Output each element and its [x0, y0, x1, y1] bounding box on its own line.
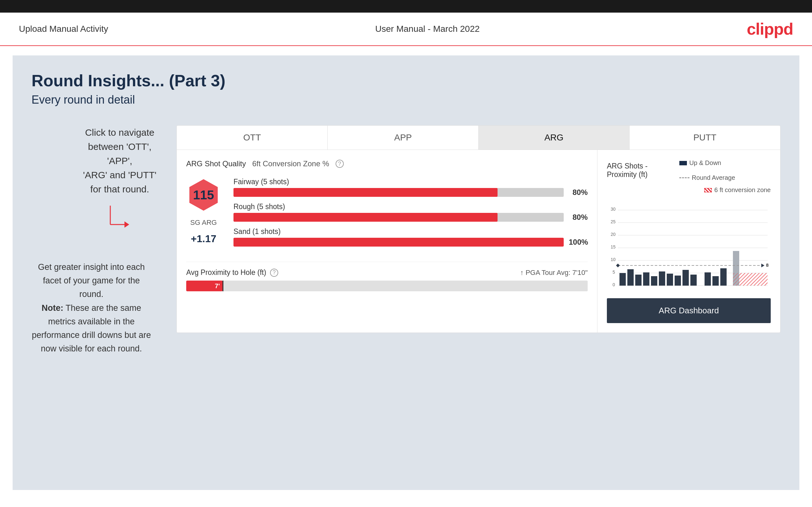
top-bar: [0, 0, 812, 13]
score-area: 115 SG ARG +1.17 Fairway (5 shots): [186, 178, 588, 252]
card-body: ARG Shot Quality 6ft Conversion Zone % ?: [177, 150, 780, 333]
svg-rect-28: [682, 270, 689, 286]
bar-row-rough: Rough (5 shots) 80%: [234, 203, 588, 222]
svg-text:10: 10: [611, 257, 616, 262]
card-right: ARG Shots - Proximity (ft) Up & Down Rou…: [597, 150, 780, 333]
page-title: Round Insights... (Part 3): [32, 71, 780, 90]
svg-rect-20: [619, 273, 626, 286]
legend-swatch-round-avg: [679, 177, 690, 178]
bar-track-sand: [234, 238, 564, 246]
section-title: ARG Shot Quality: [186, 159, 246, 168]
sg-label: SG ARG: [190, 219, 217, 227]
svg-rect-23: [643, 272, 649, 286]
svg-marker-2: [124, 221, 129, 228]
main-content: Round Insights... (Part 3) Every round i…: [13, 55, 799, 490]
bar-row-flex: 80%: [234, 188, 588, 197]
sg-value: +1.17: [191, 233, 216, 245]
legend-swatch-updown: [679, 161, 687, 165]
section-header: ARG Shot Quality 6ft Conversion Zone % ?: [186, 159, 588, 168]
proximity-cursor: [222, 281, 223, 291]
svg-rect-32: [720, 268, 727, 286]
arrow-icon: [107, 203, 132, 234]
proximity-header: Avg Proximity to Hole (ft) ? ↑ PGA Tour …: [186, 268, 588, 277]
copyright: Copyright Clippd 2021: [19, 506, 88, 507]
insight-body: Get greater insight into each facet of y…: [32, 262, 151, 353]
bar-row-fairway: Fairway (5 shots) 80%: [234, 178, 588, 197]
upload-label: Upload Manual Activity: [19, 24, 108, 34]
svg-marker-36: [616, 264, 620, 267]
help-icon[interactable]: ?: [336, 160, 344, 168]
proximity-title: Avg Proximity to Hole (ft): [186, 268, 266, 277]
chart-svg: 0 5 10 15 20 25 30: [607, 198, 771, 292]
bar-fill-rough: [234, 213, 498, 222]
bar-fill-sand: [234, 238, 564, 246]
bar-pct-fairway: 80%: [569, 188, 588, 197]
hexagon-score: 115: [193, 188, 214, 202]
chart-legend: Up & Down Round Average: [679, 159, 771, 181]
header: Upload Manual Activity User Manual - Mar…: [0, 13, 812, 46]
bar-row-flex-sand: 100%: [234, 238, 588, 246]
dashboard-button[interactable]: ARG Dashboard: [607, 298, 771, 323]
bar-track-rough: [234, 213, 564, 222]
legend-round-avg: Round Average: [679, 174, 735, 181]
tab-arg[interactable]: ARG: [478, 126, 629, 150]
nav-annotation: Click to navigate between 'OTT', 'APP','…: [82, 125, 158, 196]
svg-rect-21: [627, 269, 633, 286]
svg-rect-25: [659, 272, 665, 286]
svg-rect-30: [705, 272, 711, 286]
proximity-bar-fill: 7': [186, 281, 222, 291]
hexagon: 115: [186, 178, 221, 212]
tabs: OTT APP ARG PUTT: [177, 126, 780, 150]
bar-pct-rough: 80%: [569, 213, 588, 222]
bar-label-fairway: Fairway (5 shots): [234, 178, 588, 186]
card-left: ARG Shot Quality 6ft Conversion Zone % ?: [177, 150, 597, 333]
insight-text: Get greater insight into each facet of y…: [32, 261, 151, 355]
svg-text:30: 30: [611, 207, 616, 212]
bar-row-sand: Sand (1 shots) 100%: [234, 227, 588, 246]
bar-label-sand: Sand (1 shots): [234, 227, 588, 236]
svg-rect-27: [675, 276, 681, 286]
bar-fill-fairway: [234, 188, 498, 197]
bars-section: Fairway (5 shots) 80% Rough: [234, 178, 588, 252]
legend-conversion: 6 ft conversion zone: [704, 186, 771, 194]
svg-rect-22: [635, 275, 642, 286]
svg-text:20: 20: [611, 232, 616, 237]
svg-rect-26: [667, 274, 673, 286]
svg-marker-37: [761, 264, 764, 267]
left-panel: Click to navigate between 'OTT', 'APP','…: [32, 125, 158, 355]
tab-app[interactable]: APP: [328, 126, 478, 150]
bar-track-fairway: [234, 188, 564, 197]
bar-pct-sand: 100%: [569, 238, 588, 246]
svg-text:25: 25: [611, 219, 616, 224]
svg-rect-29: [691, 275, 697, 286]
tab-ott[interactable]: OTT: [177, 126, 328, 150]
logo: clippd: [747, 19, 793, 39]
chart-area: 0 5 10 15 20 25 30: [607, 198, 771, 292]
proximity-help-icon[interactable]: ?: [270, 269, 278, 277]
svg-text:0: 0: [613, 282, 615, 287]
chart-header: ARG Shots - Proximity (ft) Up & Down Rou…: [607, 159, 771, 181]
proximity-section: Avg Proximity to Hole (ft) ? ↑ PGA Tour …: [186, 262, 588, 291]
hexagon-container: 115 SG ARG +1.17: [186, 178, 221, 252]
svg-text:15: 15: [611, 244, 616, 249]
section-subtitle: 6ft Conversion Zone %: [252, 159, 329, 168]
page-subtitle: Every round in detail: [32, 93, 780, 106]
proximity-bar-value: 7': [215, 282, 220, 290]
bar-row-flex-rough: 80%: [234, 213, 588, 222]
svg-text:5: 5: [613, 270, 615, 275]
document-title: User Manual - March 2022: [375, 24, 479, 34]
svg-rect-31: [712, 276, 719, 286]
legend-updown: Up & Down: [679, 159, 721, 167]
svg-rect-34: [733, 273, 768, 286]
svg-rect-24: [651, 276, 657, 286]
bar-label-rough: Rough (5 shots): [234, 203, 588, 211]
svg-text:8: 8: [766, 262, 768, 268]
content-layout: Click to navigate between 'OTT', 'APP','…: [32, 125, 780, 355]
tab-putt[interactable]: PUTT: [629, 126, 780, 150]
pga-avg: ↑ PGA Tour Avg: 7'10": [520, 269, 588, 277]
legend-swatch-conversion: [704, 188, 712, 192]
card: OTT APP ARG PUTT ARG Shot Quali: [176, 125, 780, 333]
proximity-bar-track: 7': [186, 281, 588, 291]
footer: Copyright Clippd 2021: [0, 499, 812, 507]
chart-title: ARG Shots - Proximity (ft): [607, 162, 679, 179]
